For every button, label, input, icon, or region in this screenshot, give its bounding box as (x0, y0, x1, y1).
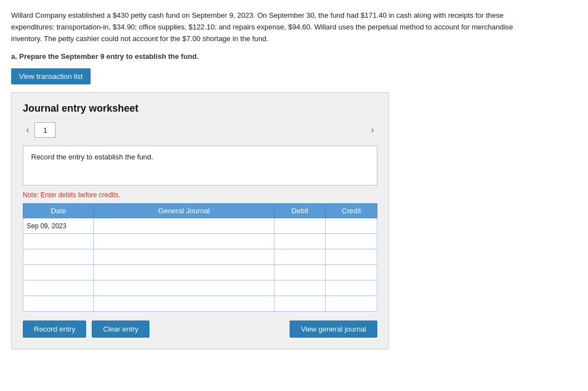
date-input-6[interactable] (23, 296, 93, 311)
credit-cell-4[interactable] (326, 265, 377, 280)
date-input-2[interactable] (23, 234, 93, 249)
credit-input-4[interactable] (326, 265, 377, 280)
credit-input-1[interactable] (326, 218, 377, 233)
date-input-5[interactable] (23, 280, 93, 295)
credit-input-6[interactable] (326, 296, 377, 311)
credit-cell-5[interactable] (326, 280, 377, 296)
gj-cell-5[interactable] (94, 280, 274, 296)
debit-cell-6[interactable] (274, 296, 326, 312)
part-label: a. Prepare the September 9 entry to esta… (11, 52, 577, 61)
table-row: Sep 09, 2023 (23, 218, 377, 234)
gj-cell-3[interactable] (94, 249, 274, 265)
gj-input-3[interactable] (94, 249, 273, 264)
debit-cell-2[interactable] (274, 234, 326, 249)
credit-cell-1[interactable] (326, 218, 377, 234)
next-page-button[interactable]: › (368, 124, 377, 136)
date-cell-6[interactable] (23, 296, 94, 312)
debit-cell-5[interactable] (274, 280, 326, 296)
clear-entry-button[interactable]: Clear entry (92, 320, 150, 338)
general-journal-header: General Journal (94, 204, 274, 218)
date-input-4[interactable] (23, 265, 93, 280)
nav-row: ‹ 1 › (23, 122, 377, 138)
date-cell-5[interactable] (23, 280, 94, 296)
credit-cell-6[interactable] (326, 296, 377, 312)
gj-cell-1[interactable] (94, 218, 274, 234)
problem-text: Willard Company established a $430 petty… (11, 10, 522, 44)
debit-cell-4[interactable] (274, 265, 326, 280)
debit-cell-1[interactable] (274, 218, 326, 234)
gj-cell-4[interactable] (94, 265, 274, 280)
credit-cell-3[interactable] (326, 249, 377, 265)
debit-header: Debit (274, 204, 326, 218)
table-row (23, 249, 377, 265)
credit-header: Credit (326, 204, 377, 218)
instruction-box: Record the entry to establish the fund. (23, 146, 377, 186)
date-cell-2[interactable] (23, 234, 94, 249)
worksheet-title: Journal entry worksheet (23, 103, 377, 114)
debit-input-6[interactable] (275, 296, 326, 311)
table-row (23, 280, 377, 296)
credit-input-2[interactable] (326, 234, 377, 249)
page-number-box: 1 (34, 122, 56, 138)
debit-input-5[interactable] (275, 280, 326, 295)
view-transaction-button[interactable]: View transaction list (11, 68, 91, 84)
debit-input-1[interactable] (275, 218, 326, 233)
date-input-3[interactable] (23, 249, 93, 264)
gj-cell-2[interactable] (94, 234, 274, 249)
date-cell-1: Sep 09, 2023 (23, 218, 94, 234)
note-text: Note: Enter debits before credits. (23, 191, 377, 199)
date-cell-3[interactable] (23, 249, 94, 265)
debit-cell-3[interactable] (274, 249, 326, 265)
gj-input-2[interactable] (94, 234, 273, 249)
table-row (23, 265, 377, 280)
gj-input-4[interactable] (94, 265, 273, 280)
table-row (23, 296, 377, 312)
table-row (23, 234, 377, 249)
credit-input-3[interactable] (326, 249, 377, 264)
credit-input-5[interactable] (326, 280, 377, 295)
debit-input-4[interactable] (275, 265, 326, 280)
debit-input-2[interactable] (275, 234, 326, 249)
prev-page-button[interactable]: ‹ (23, 124, 32, 136)
gj-input-6[interactable] (94, 296, 273, 311)
gj-input-5[interactable] (94, 280, 273, 295)
gj-input-1[interactable] (94, 218, 273, 233)
gj-cell-6[interactable] (94, 296, 274, 312)
journal-table: Date General Journal Debit Credit Sep 09… (23, 203, 377, 312)
debit-input-3[interactable] (275, 249, 326, 264)
view-general-journal-button[interactable]: View general journal (290, 320, 377, 338)
date-header: Date (23, 204, 94, 218)
worksheet-container: Journal entry worksheet ‹ 1 › Record the… (11, 92, 389, 349)
record-entry-button[interactable]: Record entry (23, 320, 86, 338)
button-row: Record entry Clear entry View general jo… (23, 320, 377, 338)
credit-cell-2[interactable] (326, 234, 377, 249)
date-cell-4[interactable] (23, 265, 94, 280)
